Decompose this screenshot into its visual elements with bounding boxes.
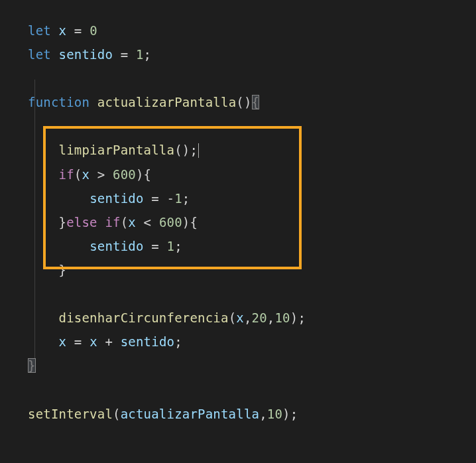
keyword-if: if <box>105 215 120 230</box>
paren-close: ) <box>182 215 190 230</box>
number-literal: 0 <box>89 23 97 38</box>
function-call: disenharCircunferencia <box>59 310 229 325</box>
comma: , <box>244 310 252 325</box>
operator: = <box>66 23 89 38</box>
number-literal: 10 <box>267 407 282 421</box>
brace-open-matched: { <box>252 95 260 109</box>
code-line[interactable]: sentido = -1; <box>28 186 476 210</box>
operator: = <box>113 47 136 62</box>
plus-icon: + <box>97 334 121 349</box>
code-line-blank[interactable] <box>28 282 476 306</box>
function-call: limpiarPantalla <box>59 143 175 157</box>
operator: = <box>144 239 167 253</box>
number-literal: 1 <box>174 191 182 206</box>
number-literal: 600 <box>159 215 182 230</box>
number-literal: 1 <box>167 239 175 253</box>
paren-open: ( <box>113 407 121 421</box>
code-line[interactable]: x = x + sentido; <box>28 330 476 354</box>
code-line[interactable]: sentido = 1; <box>28 234 476 258</box>
function-call: setInterval <box>28 407 113 421</box>
paren-open: ( <box>74 167 82 182</box>
identifier: x <box>59 334 67 349</box>
identifier: actualizarPantalla <box>121 407 260 421</box>
identifier: sentido <box>89 239 143 253</box>
parentheses: () <box>174 143 190 157</box>
code-line[interactable]: } <box>28 258 476 282</box>
brace-close-matched: } <box>28 358 36 373</box>
paren-close: ) <box>290 310 298 325</box>
keyword-function: function <box>28 95 89 109</box>
number-literal: 20 <box>252 310 267 325</box>
paren-open: ( <box>229 310 237 325</box>
function-name: actualizarPantalla <box>97 95 237 109</box>
parentheses: () <box>236 95 251 109</box>
identifier: x <box>128 215 136 230</box>
keyword-else: else <box>66 215 97 230</box>
operator: = <box>144 191 167 206</box>
brace-open: { <box>190 215 198 230</box>
operator: > <box>89 167 113 182</box>
brace-open: { <box>144 167 152 182</box>
code-line-blank[interactable] <box>28 66 476 90</box>
paren-open: ( <box>121 215 129 230</box>
identifier: x <box>82 167 89 182</box>
number-literal: 600 <box>113 167 136 182</box>
semicolon: ; <box>174 334 182 349</box>
identifier: x <box>89 334 97 349</box>
identifier: x <box>236 310 244 325</box>
minus-icon: - <box>167 191 175 206</box>
code-line-blank[interactable] <box>28 114 476 138</box>
keyword-if: if <box>59 167 74 182</box>
keyword-let: let <box>28 23 51 38</box>
code-line[interactable]: let sentido = 1; <box>28 42 476 66</box>
code-line[interactable]: }else if(x < 600){ <box>28 210 476 234</box>
keyword-let: let <box>28 47 51 62</box>
semicolon: ; <box>174 239 182 253</box>
comma: , <box>259 407 267 421</box>
identifier: sentido <box>89 191 143 206</box>
code-line[interactable]: setInterval(actualizarPantalla,10); <box>28 402 476 426</box>
brace-close: } <box>59 263 67 277</box>
identifier: sentido <box>121 334 174 349</box>
identifier: sentido <box>59 47 113 62</box>
brace-close: } <box>59 215 67 230</box>
code-line-blank[interactable] <box>28 377 476 401</box>
code-line[interactable]: } <box>28 354 476 377</box>
semicolon: ; <box>182 191 190 206</box>
semicolon: ; <box>298 310 306 325</box>
semicolon: ; <box>190 143 198 157</box>
operator: = <box>66 334 89 349</box>
semicolon: ; <box>290 407 298 421</box>
code-line[interactable]: disenharCircunferencia(x,20,10); <box>28 306 476 330</box>
semicolon: ; <box>144 47 152 62</box>
code-line[interactable]: let x = 0 <box>28 19 476 42</box>
code-line[interactable]: if(x > 600){ <box>28 163 476 186</box>
text-cursor <box>198 143 199 158</box>
number-literal: 1 <box>136 47 144 62</box>
code-line[interactable]: limpiarPantalla(); <box>28 138 476 162</box>
identifier: x <box>59 23 67 38</box>
code-line[interactable]: function actualizarPantalla(){ <box>28 90 476 114</box>
paren-close: ) <box>282 407 290 421</box>
code-editor[interactable]: let x = 0 let sentido = 1; function actu… <box>28 19 476 426</box>
comma: , <box>267 310 275 325</box>
number-literal: 10 <box>274 310 290 325</box>
paren-close: ) <box>136 167 144 182</box>
operator: < <box>136 215 159 230</box>
